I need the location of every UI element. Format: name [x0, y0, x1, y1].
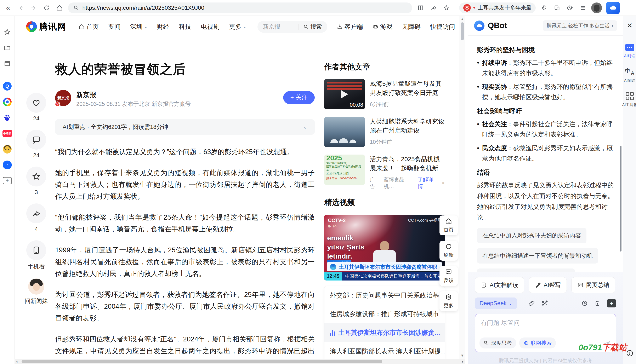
forward-icon[interactable]	[30, 4, 38, 12]
xiaohongshu-app-icon[interactable]: 小红书	[1, 127, 14, 140]
float-more-button[interactable]: 更多	[439, 291, 458, 311]
suggestion-chip-1[interactable]: 在总结中加入对彭秀环夫妇的采访内容	[477, 228, 586, 243]
playlist-item-1[interactable]: 外交部：历史问题事关中日关系政治基	[324, 286, 445, 305]
favorites-star-icon[interactable]	[1, 26, 14, 39]
tencent-news-app-icon[interactable]	[1, 95, 14, 108]
menu-icon[interactable]	[578, 4, 587, 12]
close-icon[interactable]: ×	[442, 180, 445, 186]
nav-item-games[interactable]: 游戏	[372, 22, 392, 31]
close-icon[interactable]: ✕	[627, 22, 633, 29]
scroll-right-arrow[interactable]: ▸	[462, 359, 464, 364]
related-title[interactable]: 人类细胞谱系大科学研究设施在广州启动建设	[370, 117, 445, 135]
attach-button[interactable]	[528, 300, 535, 306]
playlist-item-2[interactable]: 住房城乡建设部：推广形成可持续城市	[324, 305, 445, 324]
qq-app-icon[interactable]: Q	[1, 80, 14, 93]
nav-item-news[interactable]: 要闻	[108, 22, 121, 31]
scroll-down-arrow[interactable]: ▼	[459, 354, 465, 358]
nav-item-shenzhen[interactable]: 深圳⌄	[130, 22, 147, 31]
nav-item-tech[interactable]: 科技	[179, 22, 191, 31]
address-bar[interactable]	[68, 2, 412, 13]
vertical-scrollbar[interactable]: ▲ ▼	[459, 16, 465, 359]
video-player[interactable]: CCTV-2财 经 CCTV.com 央视网 emenlik yıtsız Şa…	[324, 215, 445, 280]
devices-icon[interactable]	[553, 4, 561, 12]
history-icon[interactable]	[565, 4, 574, 12]
float-feedback-button[interactable]: 反馈	[439, 266, 458, 286]
share-button[interactable]: 4	[26, 204, 46, 232]
playlist-item-4[interactable]: 澳大利亚国防部长表示 澳大利亚计划提…	[324, 342, 445, 359]
scroll-up-arrow[interactable]: ▲	[459, 17, 465, 21]
site-logo[interactable]: 腾讯网	[26, 21, 66, 32]
author-name[interactable]: 新京报	[76, 90, 96, 100]
browser-app-button[interactable]	[606, 2, 620, 14]
page-summary-button[interactable]: 网页总结	[571, 277, 615, 293]
suggestion-chip-2[interactable]: 在总结中详细描述一下冒领者的背景和动机	[477, 248, 598, 264]
reload-icon[interactable]	[42, 4, 51, 12]
nav-item-quick-access[interactable]: 快捷访问	[430, 22, 455, 31]
model-selector[interactable]: DeepSeek⌄	[475, 298, 517, 309]
qbot-scroll-thumb[interactable]	[620, 146, 621, 252]
nav-item-finance[interactable]: 财经	[157, 22, 169, 31]
ai-highlights-bar[interactable]: AI划重点 · 全文约6201字，阅读需18分钟 ⌄	[55, 119, 315, 135]
site-search[interactable]: 新京报 搜索	[257, 21, 327, 33]
browser-avatar[interactable]	[591, 2, 602, 13]
horizontal-scrollbar[interactable]: ◂ ▸	[15, 359, 465, 364]
related-item-3-ad[interactable]: 2025 第22届中国(青岛) 国际食品加工和包装机械展览会 2025年6月27…	[324, 154, 445, 190]
share-icon[interactable]	[429, 4, 438, 12]
ad-thumbnail[interactable]: 2025 第22届中国(青岛) 国际食品加工和包装机械展览会 2025年6月27…	[324, 154, 365, 185]
screenshot-button[interactable]	[541, 300, 548, 306]
article-thumbnail[interactable]	[324, 117, 365, 147]
ai-writer-button[interactable]: AI帮写	[529, 277, 566, 293]
playlist-item-3-active[interactable]: 土耳其伊斯坦布尔市市长因涉嫌贪…	[324, 324, 445, 342]
horizontal-scroll-thumb[interactable]	[22, 360, 382, 363]
rail-ai-translate[interactable]: 中A AI翻译	[623, 68, 636, 84]
collapse-sidebar-icon[interactable]: «	[4, 4, 13, 12]
news-assistant-button[interactable]: 问新闻妹	[25, 278, 48, 305]
url-input[interactable]	[82, 4, 407, 11]
clock-app-icon[interactable]	[1, 158, 14, 172]
history-button[interactable]	[581, 300, 588, 306]
author-avatar[interactable]: 新京报V	[55, 90, 71, 106]
like-button[interactable]: 24	[26, 93, 46, 122]
web-search-toggle[interactable]: 联网搜索	[519, 338, 556, 348]
suggestion-chip-3[interactable]: 对总结进行润色，使其更具感染力	[477, 268, 575, 272]
nav-item-accessibility[interactable]: 无障碍	[402, 22, 421, 31]
ai-summary-pill[interactable]: S ▾ 土耳其爆发十多年来最	[459, 2, 536, 13]
comment-button[interactable]: 24	[26, 130, 46, 159]
back-icon[interactable]	[17, 4, 25, 12]
float-home-button[interactable]: 首页	[439, 216, 458, 235]
related-item-1[interactable]: 00:08 威海5岁男童疑遭生母及其男友殴打致死案今日开庭 … 6分钟前	[324, 79, 445, 110]
scroll-left-arrow[interactable]: ◂	[16, 359, 18, 364]
reading-list-icon[interactable]	[1, 57, 14, 70]
question-textarea[interactable]	[481, 319, 610, 333]
search-button[interactable]: 搜索	[303, 23, 322, 31]
nav-item-tv[interactable]: 电视剧	[201, 22, 220, 31]
related-item-2[interactable]: 人类细胞谱系大科学研究设施在广州启动建设 10分钟前	[324, 117, 445, 147]
ai-doc-reader-button[interactable]: AI文档解读	[475, 277, 524, 293]
favorite-button[interactable]: 3	[26, 166, 46, 196]
ad-cta[interactable]: 了解详情	[418, 176, 438, 190]
nav-item-client[interactable]: 客户端	[337, 22, 363, 31]
info-icon[interactable]	[626, 350, 633, 357]
deep-think-toggle[interactable]: 深度思考	[479, 338, 516, 348]
podcast-app-icon[interactable]	[1, 142, 14, 156]
rail-ai-chat[interactable]: AI对话	[623, 44, 636, 59]
extensions-icon[interactable]	[540, 4, 548, 12]
clear-button[interactable]	[594, 300, 601, 306]
bookmark-star-icon[interactable]	[442, 4, 451, 12]
nav-item-home[interactable]: 首页	[79, 22, 99, 31]
reading-mode-icon[interactable]	[416, 4, 425, 12]
new-chat-button[interactable]: +	[607, 299, 616, 308]
folder-icon[interactable]	[1, 41, 14, 54]
mobile-view-button[interactable]: 手机看	[26, 240, 46, 270]
baidu-app-icon[interactable]	[1, 111, 14, 124]
video-thumbnail[interactable]: 00:08	[324, 79, 365, 110]
add-app-icon[interactable]: +	[1, 174, 14, 187]
follow-button[interactable]: + 关注	[283, 91, 315, 104]
related-title[interactable]: 威海5岁男童疑遭生母及其男友殴打致死案今日开庭 …	[370, 79, 445, 97]
yuanbao-promo-link[interactable]: 腾讯元宝-轻松工作 多点生活›	[543, 20, 617, 31]
ad-title[interactable]: 活力青岛，2025食品机械展来袭！一起嗨翻食机新潮…	[370, 154, 445, 173]
vertical-scroll-thumb[interactable]	[461, 22, 464, 40]
nav-item-more[interactable]: 更多⌄	[229, 22, 246, 31]
float-refresh-button[interactable]: 刷新	[439, 241, 458, 260]
home-icon[interactable]	[55, 4, 64, 12]
